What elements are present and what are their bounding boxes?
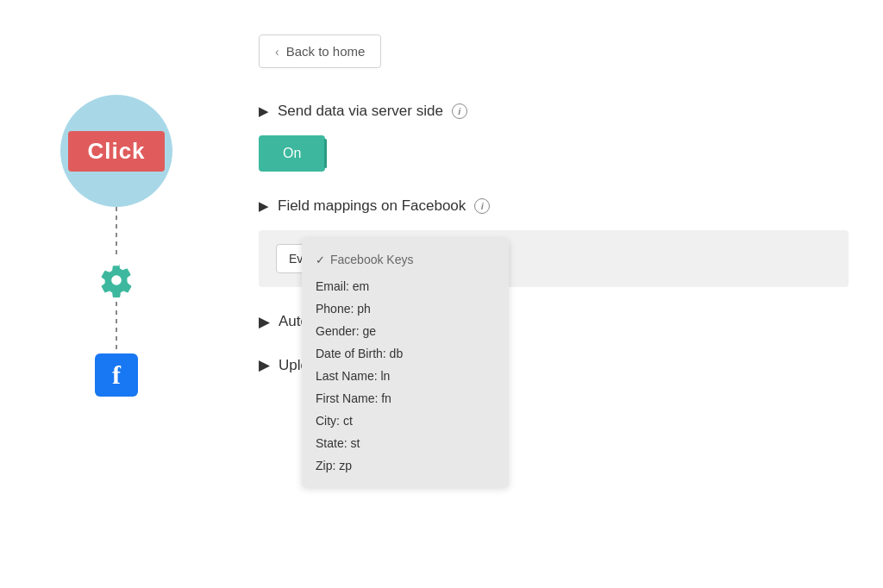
connector-line-1	[116, 207, 117, 259]
dropdown-item-city[interactable]: City: ct	[302, 410, 509, 432]
dropdown-item-gender[interactable]: Gender: ge	[302, 320, 509, 342]
back-to-home-button[interactable]: ‹ Back to home	[259, 34, 381, 68]
click-node[interactable]: Click	[60, 95, 172, 207]
field-mappings-header: ▶ Field mappings on Facebook i	[259, 197, 849, 215]
facebook-node[interactable]: f	[95, 353, 138, 397]
toggle-on-button[interactable]: On	[259, 135, 325, 172]
dropdown-item-firstname[interactable]: First Name: fn	[302, 387, 509, 410]
dropdown-header-label: Facebook Keys	[330, 253, 414, 266]
field-mappings-section: ▶ Field mappings on Facebook i ✓ Faceboo…	[259, 197, 849, 287]
click-label: Click	[68, 131, 164, 172]
gear-icon	[99, 263, 134, 297]
sidebar-flow: Click f	[0, 0, 233, 588]
dropdown-item-dob[interactable]: Date of Birth: db	[302, 342, 509, 365]
dropdown-item-zip[interactable]: Zip: zp	[302, 454, 509, 477]
chevron-left-icon: ‹	[275, 45, 279, 59]
dropdown-item-state[interactable]: State: st	[302, 432, 509, 454]
field-mappings-label: Field mappings on Facebook	[278, 197, 466, 215]
dropdown-item-phone[interactable]: Phone: ph	[302, 297, 509, 320]
info-icon-server[interactable]: i	[452, 103, 467, 119]
toggle-label: On	[283, 146, 301, 161]
main-content: ‹ Back to home ▶ Send data via server si…	[233, 0, 883, 588]
facebook-letter: f	[112, 360, 121, 390]
dropdown-header: ✓ Facebook Keys	[302, 249, 509, 275]
server-side-section-header: ▶ Send data via server side i	[259, 103, 849, 120]
gear-node[interactable]	[95, 259, 138, 302]
server-side-label: Send data via server side	[278, 103, 443, 120]
chevron-right-icon: ▶	[259, 103, 269, 119]
facebook-keys-dropdown[interactable]: ✓ Facebook Keys Email: em Phone: ph Gend…	[302, 239, 509, 487]
dropdown-container: ✓ Facebook Keys Email: em Phone: ph Gend…	[259, 230, 849, 287]
chevron-right-icon-2: ▶	[259, 198, 269, 214]
dropdown-item-lastname[interactable]: Last Name: ln	[302, 365, 509, 387]
dropdown-item-email[interactable]: Email: em	[302, 275, 509, 297]
checkmark-icon: ✓	[316, 253, 325, 266]
info-icon-field[interactable]: i	[474, 198, 490, 214]
chevron-right-icon-4: ▶	[259, 356, 270, 374]
connector-line-2	[116, 302, 117, 353]
back-label: Back to home	[286, 44, 366, 59]
chevron-right-icon-3: ▶	[259, 313, 270, 331]
